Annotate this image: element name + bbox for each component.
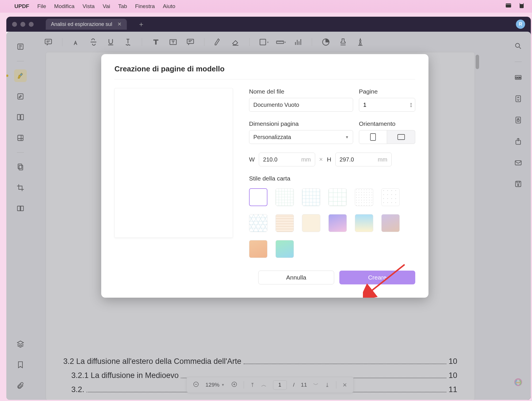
svg-rect-30 (398, 134, 405, 140)
paper-style-grid (249, 188, 415, 258)
pages-input[interactable]: 1 ▲▼ (359, 98, 415, 112)
traffic-lights (12, 22, 34, 27)
modal-title: Creazione di pagine di modello (114, 64, 415, 73)
menu-view[interactable]: Vista (83, 3, 95, 9)
paper-style-gradient-sky[interactable] (355, 214, 373, 232)
new-tab-button[interactable]: ＋ (138, 20, 145, 29)
unit-label: mm (301, 156, 311, 163)
close-window-button[interactable] (12, 22, 17, 27)
annotation-arrow (363, 263, 406, 298)
page-size-label: Dimensioni pagina (249, 120, 353, 127)
menu-file[interactable]: File (37, 3, 46, 9)
minimize-window-button[interactable] (20, 22, 25, 27)
close-tab-icon[interactable]: ✕ (117, 21, 122, 27)
page-preview (114, 88, 233, 238)
height-label: H (327, 156, 331, 163)
paper-style-cornell[interactable] (302, 214, 320, 232)
paper-style-blank[interactable] (249, 188, 267, 206)
svg-line-31 (370, 265, 405, 292)
paper-style-gradient-dusk[interactable] (381, 214, 400, 232)
paper-style-grid-medium[interactable] (302, 188, 320, 206)
cat-icon[interactable] (518, 1, 526, 11)
fullscreen-window-button[interactable] (29, 22, 34, 27)
tab-title: Analisi ed esplorazione sul (51, 21, 112, 27)
svg-rect-29 (370, 134, 376, 140)
document-tab[interactable]: Analisi ed esplorazione sul ✕ (46, 19, 127, 30)
pages-label: Pagine (359, 88, 415, 95)
paper-style-label: Stile della carta (249, 175, 415, 182)
width-label: W (249, 156, 255, 163)
spin-down-icon[interactable]: ▼ (409, 105, 413, 108)
filename-input[interactable] (249, 98, 353, 112)
cancel-button[interactable]: Annulla (258, 271, 334, 284)
filename-label: Nome del file (249, 88, 353, 95)
itch-icon[interactable] (504, 1, 512, 11)
app-window: Analisi ed esplorazione sul ✕ ＋ R (6, 17, 531, 400)
menu-go[interactable]: Vai (103, 3, 110, 9)
times-icon: × (319, 156, 323, 163)
paper-style-isometric[interactable] (249, 214, 267, 232)
svg-rect-0 (506, 3, 511, 7)
chevron-down-icon: ▼ (345, 135, 349, 139)
paper-style-gradient-teal[interactable] (275, 240, 294, 258)
paper-style-lined[interactable] (275, 214, 294, 232)
orientation-landscape-button[interactable] (387, 130, 415, 144)
paper-style-grid-large[interactable] (328, 188, 347, 206)
paper-style-grid-small[interactable] (275, 188, 294, 206)
menu-window[interactable]: Finestra (135, 3, 155, 9)
user-avatar[interactable]: R (516, 20, 525, 29)
macos-menubar: UPDF File Modifica Vista Vai Tab Finestr… (0, 0, 532, 13)
paper-style-gradient-orange[interactable] (249, 240, 267, 258)
titlebar: Analisi ed esplorazione sul ✕ ＋ R (6, 17, 531, 32)
page-size-select[interactable]: Personalizzata ▼ (249, 130, 353, 144)
width-input[interactable]: 210.0 mm (259, 153, 315, 166)
paper-style-dots-large[interactable] (381, 188, 400, 206)
menu-help[interactable]: Aiuto (163, 3, 175, 9)
height-input[interactable]: 297.0 mm (335, 153, 392, 166)
menu-edit[interactable]: Modifica (54, 3, 74, 9)
paper-style-dots-small[interactable] (355, 188, 373, 206)
orientation-portrait-button[interactable] (359, 130, 387, 144)
app-name[interactable]: UPDF (14, 3, 29, 9)
unit-label: mm (378, 156, 387, 163)
orientation-label: Orientamento (359, 120, 415, 127)
create-template-modal: Creazione di pagine di modello Nome del … (101, 54, 428, 298)
paper-style-gradient-purple[interactable] (328, 214, 347, 232)
menu-tab[interactable]: Tab (118, 3, 127, 9)
